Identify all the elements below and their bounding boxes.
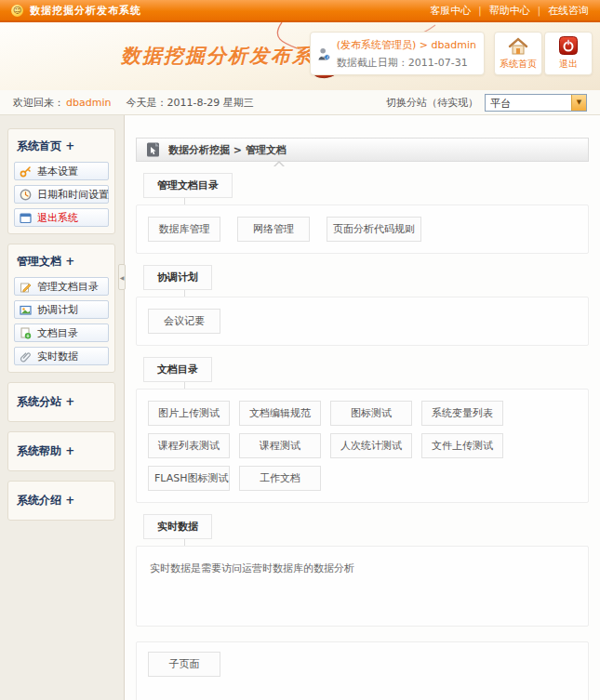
button-grid: 图片上传测试 文档编辑规范 图标测试 系统变量列表 课程列表测试 课程测试 人次…	[148, 401, 577, 491]
notch-decoration	[273, 161, 285, 166]
content-area: 系统首页 + 基本设置 日期和时间设置 退	[0, 115, 600, 700]
avatar-icon: i	[318, 38, 330, 70]
site-select[interactable]: 平台 ▼	[485, 94, 587, 112]
top-link-online-consult[interactable]: 在线咨询	[548, 4, 589, 18]
sidebar-item-label: 文档目录	[37, 326, 78, 340]
logo: 数据挖掘分析发布系统	[121, 43, 335, 69]
logo-text: 数据挖掘分析发布系统	[121, 45, 335, 67]
document-icon	[146, 142, 161, 157]
site-switch-label: 切换分站（待实现）	[386, 96, 478, 110]
link-button-page-analysis-code-rules[interactable]: 页面分析代码规则	[327, 217, 421, 242]
link-button-course-test[interactable]: 课程测试	[239, 433, 321, 458]
top-link-customer-service[interactable]: 客服中心	[430, 4, 471, 18]
download-icon	[20, 327, 32, 339]
sidebar-item-manage-doc-directory[interactable]: 管理文档目录	[14, 277, 109, 296]
welcome-prefix: 欢迎回来：	[13, 96, 64, 110]
sidebar-section-system-home: 系统首页 + 基本设置 日期和时间设置 退	[7, 128, 115, 234]
welcome-bar: 欢迎回来： dbadmin 今天是：2011-8-29 星期三 切换分站（待实现…	[0, 90, 600, 115]
breadcrumb-bar: 数据分析挖掘 > 管理文档	[136, 138, 589, 162]
sidebar-item-basic-settings[interactable]: 基本设置	[14, 162, 109, 180]
main-content: 数据分析挖掘 > 管理文档 管理文档目录 数据库管理 网络管理 页面分析代码规则…	[124, 115, 600, 700]
link-button-meeting-minutes[interactable]: 会议记要	[148, 309, 220, 334]
sidebar-section-system-intro: 系统介绍 +	[7, 481, 115, 521]
clock-icon	[20, 189, 32, 201]
site-switch-area: 切换分站（待实现） 平台 ▼	[386, 94, 587, 112]
user-info-panel: i (发布系统管理员) > dbadmin 数据截止日期：2011-07-31	[310, 32, 485, 75]
connector-line	[184, 198, 185, 205]
sidebar-collapse-handle[interactable]: ◀	[118, 264, 126, 290]
sidebar-item-coordination-plan[interactable]: 协调计划	[14, 300, 109, 319]
key-icon	[20, 165, 32, 178]
home-button-label: 系统首页	[500, 58, 537, 71]
link-button-course-list-test[interactable]: 课程列表测试	[148, 433, 230, 458]
sidebar-item-label: 退出系统	[37, 211, 78, 225]
link-button-icon-test[interactable]: 图标测试	[330, 401, 412, 426]
button-row: 会议记要	[148, 309, 577, 334]
link-button-network-management[interactable]: 网络管理	[237, 217, 310, 242]
connector-line	[184, 539, 185, 546]
header: 数据挖掘分析发布系统 i (发布系统管理员) > dbadmin 数据截止日期：…	[0, 22, 600, 90]
sidebar-item-label: 管理文档目录	[37, 280, 99, 294]
sidebar-item-label: 协调计划	[37, 303, 78, 317]
panel-sub-page: 子页面	[136, 641, 589, 700]
sidebar-section-manage-docs: 管理文档 + 管理文档目录 协调计划	[7, 244, 115, 373]
link-button-file-upload-test[interactable]: 文件上传测试	[421, 433, 503, 458]
data-cutoff-date: 数据截止日期：2011-07-31	[337, 56, 476, 70]
user-text-lines: (发布系统管理员) > dbadmin 数据截止日期：2011-07-31	[337, 38, 476, 70]
sidebar-section-title[interactable]: 系统首页 +	[14, 135, 109, 162]
home-button[interactable]: 系统首页	[494, 32, 542, 75]
sidebar-item-datetime-settings[interactable]: 日期和时间设置	[14, 185, 109, 204]
sidebar-section-system-substations: 系统分站 +	[7, 382, 115, 422]
user-role[interactable]: (发布系统管理员) > dbadmin	[337, 38, 476, 52]
collapse-arrow-icon: ◀	[120, 274, 125, 281]
edit-icon	[20, 281, 32, 293]
top-link-help-center[interactable]: 帮助中心	[489, 4, 530, 18]
realtime-data-note: 实时数据是需要访问运营时数据库的数据分析	[148, 558, 577, 614]
sidebar-section-title[interactable]: 系统分站 +	[14, 389, 109, 416]
today-date: 今天是：2011-8-29 星期三	[126, 96, 253, 110]
sidebar-item-doc-directory[interactable]: 文档目录	[14, 324, 109, 342]
welcome-username[interactable]: dbadmin	[66, 97, 111, 109]
connector-line	[184, 382, 185, 389]
link-button-image-upload-test[interactable]: 图片上传测试	[148, 401, 230, 426]
link-button-flash-icon-test[interactable]: FLASH图标测试	[148, 466, 230, 491]
button-row: 子页面	[148, 652, 577, 677]
sidebar-section-title[interactable]: 系统介绍 +	[14, 487, 109, 514]
section-tab-realtime-data[interactable]: 实时数据	[143, 514, 212, 539]
button-row: 数据库管理 网络管理 页面分析代码规则	[148, 217, 577, 242]
link-button-sub-page[interactable]: 子页面	[148, 652, 220, 677]
sidebar-section-system-help: 系统帮助 +	[7, 431, 115, 471]
power-icon	[559, 36, 578, 55]
sidebar-item-exit-system[interactable]: 退出系统	[14, 208, 109, 227]
top-bar-links: 客服中心 | 帮助中心 | 在线咨询	[430, 4, 589, 18]
link-button-visit-statistics-test[interactable]: 人次统计测试	[330, 433, 412, 458]
site-select-value: 平台	[486, 95, 571, 111]
link-button-doc-editing-standard[interactable]: 文档编辑规范	[239, 401, 321, 426]
paperclip-icon	[20, 350, 32, 363]
divider: |	[478, 6, 481, 16]
smiley-icon: ☺	[11, 5, 23, 17]
breadcrumb: 数据分析挖掘 > 管理文档	[168, 143, 287, 157]
link-button-database-management[interactable]: 数据库管理	[148, 217, 220, 242]
section-tab-coordination-plan[interactable]: 协调计划	[143, 265, 212, 290]
section-tab-doc-directory[interactable]: 文档目录	[143, 357, 212, 382]
sidebar-item-label: 实时数据	[37, 350, 78, 363]
app-title: 数据挖掘分析发布系统	[30, 4, 141, 18]
section-tab-manage-doc-directory[interactable]: 管理文档目录	[143, 173, 233, 198]
panel-manage-doc-directory: 数据库管理 网络管理 页面分析代码规则	[136, 205, 589, 254]
sidebar-item-realtime-data[interactable]: 实时数据	[14, 347, 109, 365]
panel-coordination-plan: 会议记要	[136, 297, 589, 346]
panel-realtime-data: 实时数据是需要访问运营时数据库的数据分析	[136, 546, 589, 627]
sidebar-item-label: 日期和时间设置	[37, 188, 109, 202]
sidebar-section-title[interactable]: 管理文档 +	[14, 250, 109, 277]
sidebar-section-title[interactable]: 系统帮助 +	[14, 438, 109, 465]
top-bar-brand-area: ☺ 数据挖掘分析发布系统	[11, 4, 141, 18]
divider: |	[538, 6, 540, 16]
link-button-work-document[interactable]: 工作文档	[239, 466, 321, 491]
panel-doc-directory: 图片上传测试 文档编辑规范 图标测试 系统变量列表 课程列表测试 课程测试 人次…	[136, 389, 589, 503]
logout-button-label: 退出	[559, 58, 578, 71]
chevron-down-icon[interactable]: ▼	[571, 95, 586, 111]
logout-button[interactable]: 退出	[544, 32, 593, 75]
link-button-system-variable-list[interactable]: 系统变量列表	[421, 401, 503, 426]
window-icon	[20, 212, 32, 224]
